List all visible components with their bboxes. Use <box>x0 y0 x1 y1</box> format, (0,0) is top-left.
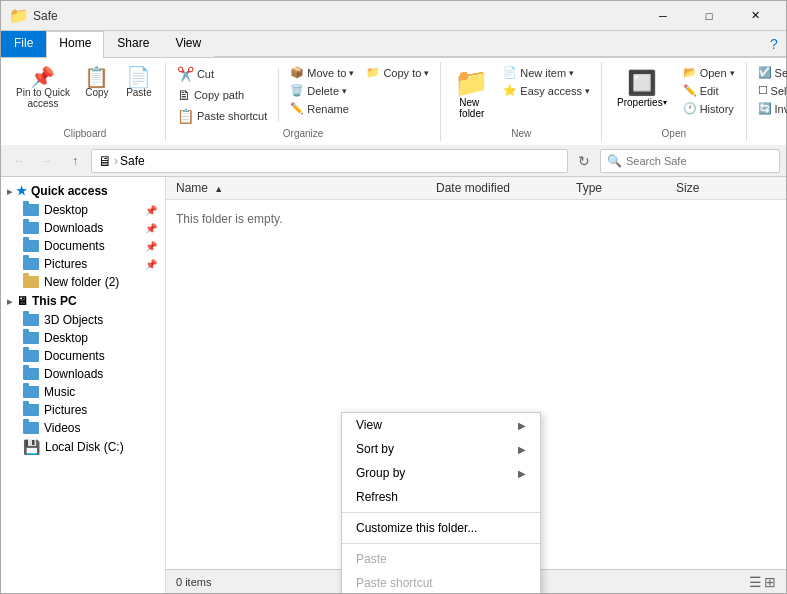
this-pc-header[interactable]: ▸ 🖥 This PC <box>1 291 165 311</box>
sidebar-item-pictures-pc[interactable]: Pictures <box>1 401 165 419</box>
items-count: 0 items <box>176 576 211 588</box>
forward-button[interactable]: → <box>35 149 59 173</box>
paste-shortcut-button[interactable]: 📋 Paste shortcut <box>172 106 272 126</box>
large-icons-button[interactable]: ⊞ <box>764 574 776 590</box>
context-menu: View ▶ Sort by ▶ Group by ▶ Refresh Cust… <box>341 412 541 593</box>
address-box[interactable]: 🖥 › Safe <box>91 149 568 173</box>
open-label: Open <box>608 126 740 139</box>
select-all-button[interactable]: ☑️ Select all <box>753 64 787 81</box>
ribbon-group-select: ☑️ Select all ☐ Select none 🔄 Invert sel… <box>747 62 787 141</box>
ctx-refresh[interactable]: Refresh <box>342 485 540 509</box>
col-type-header[interactable]: Type <box>576 181 676 195</box>
folder-icon <box>23 422 39 434</box>
content-area: Name ▲ Date modified Type Size This fold… <box>166 177 786 593</box>
select-none-button[interactable]: ☐ Select none <box>753 82 787 99</box>
search-icon: 🔍 <box>607 154 622 168</box>
folder-icon <box>23 204 39 216</box>
window-controls: ─ □ ✕ <box>640 1 778 31</box>
sidebar-item-3dobjects[interactable]: 3D Objects <box>1 311 165 329</box>
back-button[interactable]: ← <box>7 149 31 173</box>
refresh-button[interactable]: ↻ <box>572 149 596 173</box>
delete-button[interactable]: 🗑️ Delete ▾ <box>285 82 359 99</box>
ctx-customize[interactable]: Customize this folder... <box>342 516 540 540</box>
window: 📁 Safe ─ □ ✕ File Home Share View ? 📌 Pi… <box>0 0 787 594</box>
ctx-paste: Paste <box>342 547 540 571</box>
pin-icon: 📌 <box>145 205 157 216</box>
ctx-group-by[interactable]: Group by ▶ <box>342 461 540 485</box>
ctx-separator <box>342 543 540 544</box>
empty-message: This folder is empty. <box>176 212 776 226</box>
details-view-button[interactable]: ☰ <box>749 574 762 590</box>
sidebar-item-videos-pc[interactable]: Videos <box>1 419 165 437</box>
sidebar-item-label: Desktop <box>44 331 88 345</box>
sidebar-item-music-pc[interactable]: Music <box>1 383 165 401</box>
folder-icon <box>23 386 39 398</box>
sidebar-item-label: Local Disk (C:) <box>45 440 124 454</box>
clipboard-buttons: 📌 Pin to Quickaccess 📋 Copy 📄 Paste <box>11 64 159 126</box>
col-date-header[interactable]: Date modified <box>436 181 576 195</box>
pin-icon: 📌 <box>145 223 157 234</box>
quick-access-header[interactable]: ▸ ★ Quick access <box>1 181 165 201</box>
paste-button[interactable]: 📄 Paste <box>119 64 159 101</box>
ctx-view[interactable]: View ▶ <box>342 413 540 437</box>
sidebar-item-label: Desktop <box>44 203 88 217</box>
sidebar-item-label: Videos <box>44 421 80 435</box>
sidebar-item-desktop-qa[interactable]: Desktop 📌 <box>1 201 165 219</box>
col-size-header[interactable]: Size <box>676 181 776 195</box>
sidebar-item-documents-qa[interactable]: Documents 📌 <box>1 237 165 255</box>
sidebar-item-label: Pictures <box>44 257 87 271</box>
ctx-sort-by[interactable]: Sort by ▶ <box>342 437 540 461</box>
new-folder-button[interactable]: 📁 Newfolder <box>447 64 496 124</box>
edit-button[interactable]: ✏️ Edit <box>678 82 740 99</box>
col-name-header[interactable]: Name ▲ <box>176 181 436 195</box>
sidebar-item-label: Downloads <box>44 221 103 235</box>
minimize-button[interactable]: ─ <box>640 1 686 31</box>
sidebar-item-downloads-pc[interactable]: Downloads <box>1 365 165 383</box>
tab-share[interactable]: Share <box>104 31 162 57</box>
search-input[interactable] <box>626 155 773 167</box>
sidebar-item-pictures-qa[interactable]: Pictures 📌 <box>1 255 165 273</box>
copy-button[interactable]: 📋 Copy <box>77 64 117 101</box>
main-area: ▸ ★ Quick access Desktop 📌 Downloads 📌 D… <box>1 177 786 593</box>
organize-label: Organize <box>172 126 434 139</box>
folder-icon <box>23 350 39 362</box>
open-button[interactable]: 📂 Open ▾ <box>678 64 740 81</box>
history-button[interactable]: 🕐 History <box>678 100 740 117</box>
close-button[interactable]: ✕ <box>732 1 778 31</box>
sidebar-item-desktop-pc[interactable]: Desktop <box>1 329 165 347</box>
folder-icon <box>23 332 39 344</box>
cut-button[interactable]: ✂️ Cut <box>172 64 272 84</box>
sidebar-item-label: Documents <box>44 349 105 363</box>
pin-quick-access-button[interactable]: 📌 Pin to Quickaccess <box>11 64 75 112</box>
rename-button[interactable]: ✏️ Rename <box>285 100 359 117</box>
ribbon-group-organize: ✂️ Cut 🗎 Copy path 📋 Paste shortcut <box>166 62 441 141</box>
new-item-button[interactable]: 📄 New item ▾ <box>498 64 595 81</box>
sidebar-item-localdisk[interactable]: 💾 Local Disk (C:) <box>1 437 165 457</box>
quick-access-star-icon: ★ <box>16 184 27 198</box>
sidebar-item-documents-pc[interactable]: Documents <box>1 347 165 365</box>
properties-button[interactable]: 🔲 Properties ▾ <box>608 64 676 113</box>
easy-access-button[interactable]: ⭐ Easy access ▾ <box>498 82 595 99</box>
title-bar: 📁 Safe ─ □ ✕ <box>1 1 786 31</box>
tab-file[interactable]: File <box>1 31 46 57</box>
sidebar-item-downloads-qa[interactable]: Downloads 📌 <box>1 219 165 237</box>
this-pc-icon: 🖥 <box>16 294 28 308</box>
quick-access-chevron: ▸ <box>7 186 12 197</box>
window-title: Safe <box>33 9 640 23</box>
tab-home[interactable]: Home <box>46 31 104 58</box>
properties-icon: 🔲 <box>627 69 657 97</box>
copy-to-button[interactable]: 📁 Copy to ▾ <box>361 64 434 81</box>
move-to-button[interactable]: 📦 Move to ▾ <box>285 64 359 81</box>
tab-view[interactable]: View <box>162 31 214 57</box>
search-box[interactable]: 🔍 <box>600 149 780 173</box>
ctx-separator <box>342 512 540 513</box>
new-label: New <box>447 126 595 139</box>
maximize-button[interactable]: □ <box>686 1 732 31</box>
sidebar-item-label: Pictures <box>44 403 87 417</box>
sidebar-item-newfolder-qa[interactable]: New folder (2) <box>1 273 165 291</box>
up-button[interactable]: ↑ <box>63 149 87 173</box>
ctx-arrow-icon: ▶ <box>518 444 526 455</box>
ctx-arrow-icon: ▶ <box>518 420 526 431</box>
copy-path-button[interactable]: 🗎 Copy path <box>172 85 272 105</box>
invert-selection-button[interactable]: 🔄 Invert selection <box>753 100 787 117</box>
